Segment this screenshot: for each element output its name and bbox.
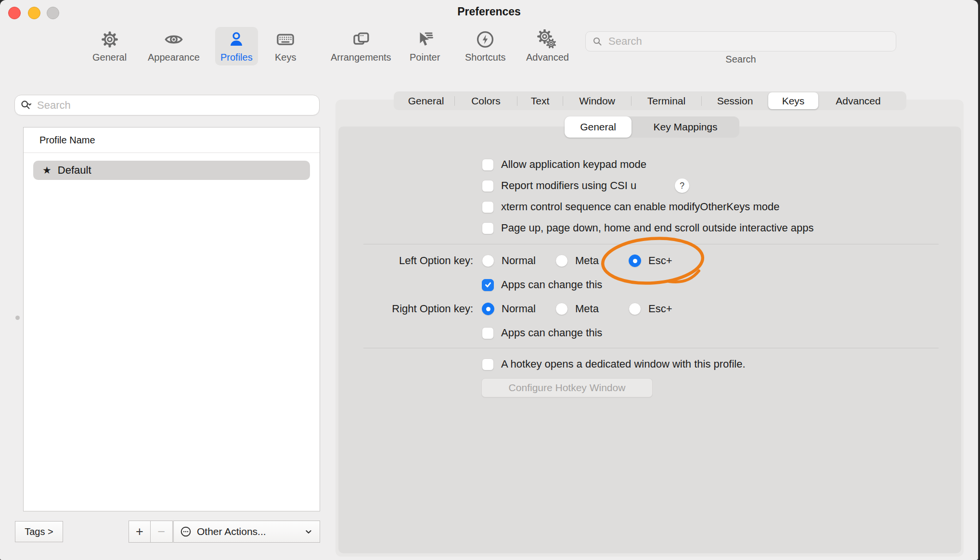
radio-label: Normal	[502, 303, 536, 315]
radio-right-meta-group: Meta	[555, 303, 599, 315]
checkbox-modify-other-keys[interactable]	[482, 201, 494, 213]
other-actions-dropdown[interactable]: Other Actions...	[173, 521, 320, 543]
add-remove-group: + −	[129, 521, 173, 543]
radio-right-normal[interactable]	[482, 303, 494, 315]
tab-text[interactable]: Text	[517, 91, 563, 110]
configure-hotkey-window-button: Configure Hotkey Window	[481, 378, 653, 397]
toolbar-label: Shortcuts	[465, 52, 505, 63]
profile-name: Default	[58, 164, 91, 177]
toolbar-item-general[interactable]: General	[87, 27, 132, 65]
tab-session[interactable]: Session	[702, 91, 768, 110]
other-actions-label: Other Actions...	[197, 526, 266, 537]
toolbar-label: Appearance	[148, 52, 200, 63]
checkbox-label: Apps can change this	[501, 279, 602, 291]
toolbar-item-arrangements[interactable]: Arrangements	[325, 27, 397, 65]
chevron-down-icon	[303, 526, 314, 537]
subtab-general[interactable]: General	[565, 116, 632, 138]
screenshot: Preferences General Appearance	[0, 0, 980, 560]
checkbox-row: Page up, page down, home and end scroll …	[482, 222, 813, 234]
checkbox-hotkey-window[interactable]	[482, 358, 494, 370]
windows-icon	[351, 29, 371, 50]
profile-list-header: Profile Name	[24, 127, 320, 153]
toolbar-label: Keys	[275, 52, 296, 63]
add-profile-button[interactable]: +	[129, 521, 151, 543]
tab-general[interactable]: General	[398, 91, 454, 110]
radio-right-meta[interactable]	[555, 303, 568, 315]
checkbox-label: Apps can change this	[501, 327, 602, 339]
window-edge-dot	[15, 316, 20, 320]
checkbox-scroll-outside-apps[interactable]	[482, 222, 494, 234]
plus-icon: +	[136, 524, 143, 539]
window-title: Preferences	[0, 5, 978, 18]
toolbar-item-shortcuts[interactable]: Shortcuts	[460, 27, 511, 65]
tab-window[interactable]: Window	[563, 91, 631, 110]
radio-left-meta[interactable]	[555, 255, 568, 267]
checkbox-row: xterm control sequence can enable modify…	[482, 201, 779, 213]
toolbar-item-pointer[interactable]: Pointer	[404, 27, 445, 65]
search-filter-icon	[20, 99, 32, 112]
ellipsis-circle-icon	[180, 525, 192, 538]
checkbox-label: A hotkey opens a dedicated window with t…	[501, 358, 746, 370]
checkbox-label: Allow application keypad mode	[501, 158, 646, 171]
profile-list: Profile Name ★ Default	[23, 127, 320, 511]
checkbox-csi-u[interactable]	[482, 180, 494, 192]
sidebar-search-field[interactable]	[14, 95, 320, 115]
separator	[363, 348, 939, 348]
remove-profile-button[interactable]: −	[151, 521, 173, 543]
preferences-window: Preferences General Appearance	[0, 0, 978, 560]
toolbar-label: General	[92, 52, 127, 63]
profile-tabs: General Colors Text Window Terminal Sess…	[394, 91, 906, 110]
radio-label: Esc+	[648, 303, 672, 315]
radio-right-normal-group: Normal	[482, 303, 536, 315]
checkbox-row: Report modifiers using CSI u	[482, 179, 636, 192]
toolbar-label: Profiles	[220, 52, 253, 63]
checkbox-label: xterm control sequence can enable modify…	[501, 201, 779, 213]
radio-right-esc[interactable]	[629, 303, 641, 315]
gears-icon	[537, 29, 557, 50]
radio-label: Meta	[575, 303, 599, 315]
checkbox-right-apps-can-change[interactable]	[482, 327, 494, 339]
tab-advanced[interactable]: Advanced	[818, 91, 898, 110]
tab-keys[interactable]: Keys	[768, 92, 818, 109]
tab-colors[interactable]: Colors	[455, 91, 517, 110]
radio-left-normal-group: Normal	[482, 255, 536, 267]
keys-general-panel	[338, 127, 961, 553]
checkbox-row: Apps can change this	[482, 327, 602, 339]
checkbox-left-apps-can-change[interactable]	[482, 279, 494, 291]
checkbox-row: Apps can change this	[482, 279, 602, 291]
radio-label: Normal	[502, 255, 536, 267]
help-button[interactable]: ?	[675, 178, 689, 193]
left-option-key-label: Left Option key:	[361, 255, 473, 267]
tags-button-label: Tags >	[25, 526, 53, 537]
toolbar-item-keys[interactable]: Keys	[270, 27, 301, 65]
toolbar-item-appearance[interactable]: Appearance	[142, 27, 205, 65]
toolbar-search-input[interactable]	[607, 35, 890, 48]
keys-subtabs: General Key Mappings	[565, 116, 739, 138]
star-icon: ★	[42, 165, 52, 176]
toolbar-item-profiles[interactable]: Profiles	[215, 27, 258, 65]
checkbox-label: Report modifiers using CSI u	[501, 179, 636, 192]
toolbar-search-label: Search	[585, 54, 896, 65]
tab-terminal[interactable]: Terminal	[632, 91, 701, 110]
search-icon	[592, 36, 603, 47]
keyboard-icon	[275, 29, 296, 50]
profile-row-default[interactable]: ★ Default	[33, 161, 310, 180]
cursor-icon	[415, 29, 435, 50]
checkbox-label: Page up, page down, home and end scroll …	[501, 222, 813, 234]
toolbar-item-advanced[interactable]: Advanced	[521, 27, 574, 65]
tags-button[interactable]: Tags >	[15, 521, 63, 542]
bolt-icon	[475, 29, 495, 50]
person-icon	[226, 29, 246, 50]
toolbar-label: Arrangements	[331, 52, 391, 63]
subtab-key-mappings[interactable]: Key Mappings	[632, 116, 739, 138]
radio-left-meta-group: Meta	[555, 255, 599, 267]
toolbar-search-field[interactable]	[585, 31, 896, 51]
sidebar-search-input[interactable]	[36, 99, 314, 112]
eye-icon	[164, 29, 184, 50]
toolbar-label: Advanced	[526, 52, 569, 63]
radio-label: Meta	[575, 255, 599, 267]
gear-icon	[100, 29, 120, 50]
minus-icon: −	[158, 524, 166, 539]
checkbox-keypad-mode[interactable]	[482, 159, 494, 171]
radio-left-normal[interactable]	[482, 255, 494, 267]
